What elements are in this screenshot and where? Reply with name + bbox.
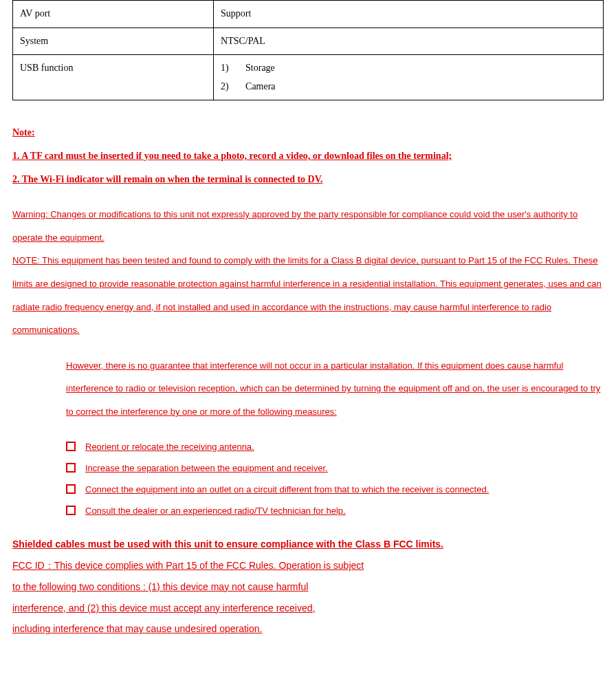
fcc-line: to the following two conditions : (1) th…: [12, 581, 308, 592]
spec-value: 1) Storage 2) Camera: [214, 55, 604, 100]
spec-value: NTSC/PAL: [214, 28, 604, 55]
list-number: 2): [221, 78, 233, 96]
fcc-line: interference, and (2) this device must a…: [12, 603, 315, 614]
measure-text: Consult the dealer or an experienced rad…: [85, 500, 346, 521]
list-item: Consult the dealer or an experienced rad…: [66, 500, 604, 521]
list-item: 2) Camera: [221, 78, 596, 96]
fcc-id-block: FCC ID：This device complies with Part 15…: [12, 555, 604, 640]
warning-block: Warning: Changes or modifications to thi…: [12, 203, 604, 249]
list-item: Connect the equipment into an outlet on …: [66, 479, 604, 500]
table-row: USB function 1) Storage 2) Camera: [13, 55, 604, 100]
note-heading: Note:: [12, 127, 35, 138]
checkbox-icon: [66, 463, 76, 473]
checkbox-icon: [66, 484, 76, 494]
fcc-line: FCC ID：This device complies with Part 15…: [12, 560, 364, 571]
note-item: 1. A TF card must be inserted if you nee…: [12, 151, 452, 161]
spec-table: AV port Support System NTSC/PAL USB func…: [12, 0, 604, 100]
fcc-note-text: NOTE: This equipment has been tested and…: [12, 255, 602, 335]
spec-label: USB function: [13, 55, 214, 100]
list-number: 1): [221, 59, 233, 78]
spec-value: Support: [214, 1, 604, 28]
measure-text: Reorient or relocate the receiving anten…: [85, 436, 254, 457]
measure-text: Increase the separation between the equi…: [85, 457, 328, 479]
list-item: Reorient or relocate the receiving anten…: [66, 436, 604, 457]
measures-list: Reorient or relocate the receiving anten…: [66, 436, 604, 522]
list-text: Storage: [245, 59, 275, 78]
spec-label: System: [13, 28, 214, 55]
measure-text: Connect the equipment into an outlet on …: [85, 479, 489, 500]
checkbox-icon: [66, 506, 76, 515]
spec-label: AV port: [13, 1, 214, 28]
interference-text: However, there is no guarantee that inte…: [66, 360, 600, 417]
list-text: Camera: [245, 78, 276, 96]
list-item: Increase the separation between the equi…: [66, 457, 604, 479]
table-row: System NTSC/PAL: [13, 28, 604, 55]
note-item: 2. The Wi-Fi indicator will remain on wh…: [12, 174, 323, 184]
list-item: 1) Storage: [221, 59, 596, 78]
note-section: Note: 1. A TF card must be inserted if y…: [12, 121, 604, 191]
document-page: AV port Support System NTSC/PAL USB func…: [0, 0, 616, 660]
fcc-note-block: NOTE: This equipment has been tested and…: [12, 249, 604, 341]
table-row: AV port Support: [13, 1, 604, 28]
fcc-line: including interference that may cause un…: [12, 623, 262, 634]
warning-text: Warning: Changes or modifications to thi…: [12, 209, 578, 243]
checkbox-icon: [66, 442, 76, 451]
shielded-statement: Shielded cables must be used with this u…: [12, 534, 604, 555]
interference-block: However, there is no guarantee that inte…: [66, 354, 604, 424]
